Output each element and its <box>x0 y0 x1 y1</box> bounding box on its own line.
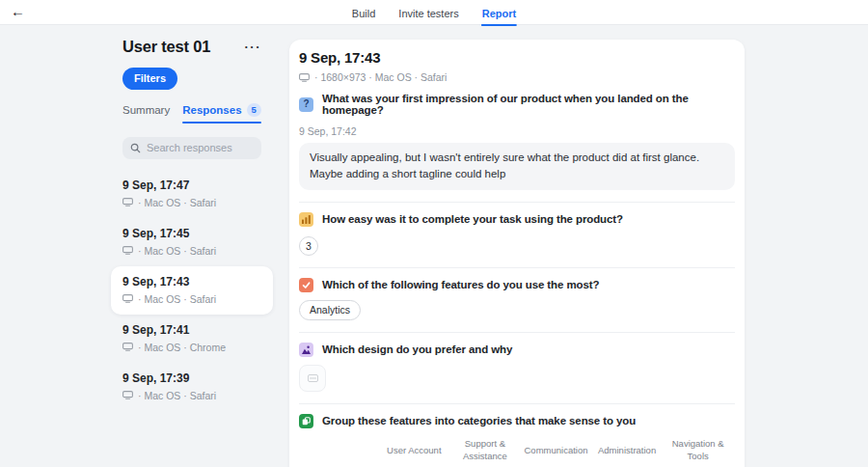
tab-responses[interactable]: Responses 5 <box>182 103 261 124</box>
responses-count-badge: 5 <box>247 103 261 117</box>
back-arrow-icon[interactable]: ← <box>11 2 25 21</box>
session-date: 9 Sep, 17:47 <box>122 179 261 192</box>
session-item[interactable]: 9 Sep, 17:45 · Mac OS · Safari <box>111 218 273 266</box>
session-meta: · Mac OS · Safari <box>138 245 216 257</box>
session-meta: · Mac OS · Chrome <box>138 342 226 353</box>
bar-chart-icon <box>299 212 313 227</box>
question-text: Group these features into categories tha… <box>322 415 636 426</box>
choice-answer-pill: Analytics <box>299 300 361 320</box>
image-icon <box>299 343 313 357</box>
topbar-tabs: Build Invite testers Report <box>352 0 516 25</box>
desktop-icon <box>122 294 133 303</box>
question-card-sort: Group these features into categories tha… <box>299 404 735 467</box>
question-scale: How easy was it to complete your task us… <box>299 203 735 268</box>
search-input[interactable] <box>147 142 254 153</box>
question-text: Which of the following features do you u… <box>322 279 599 290</box>
checkbox-icon <box>299 278 313 292</box>
desktop-icon <box>299 73 310 82</box>
search-responses-box[interactable] <box>122 137 261 159</box>
question-text: Which design do you prefer and why <box>322 343 512 355</box>
answer-timestamp: 9 Sep, 17:42 <box>299 125 735 137</box>
session-item[interactable]: 9 Sep, 17:41 · Mac OS · Chrome <box>111 315 273 363</box>
open-question-icon: ? <box>299 97 313 112</box>
report-card: 9 Sep, 17:43 · 1680×973 · Mac OS · Safar… <box>289 40 745 467</box>
desktop-icon <box>122 246 133 255</box>
category-header: Navigation & Tools <box>664 438 732 464</box>
desktop-icon <box>122 198 133 206</box>
question-open: ? What was your first impression of our … <box>299 83 735 203</box>
session-meta: · Mac OS · Safari <box>138 197 216 208</box>
sidebar: User test 01 ··· Filters Summary Respons… <box>122 25 261 411</box>
question-text: How easy was it to complete your task us… <box>322 213 623 225</box>
session-meta: · Mac OS · Safari <box>138 293 216 305</box>
broken-image-icon <box>308 373 318 383</box>
open-answer-text: Visually appealing, but I wasn't entirel… <box>299 143 735 190</box>
session-meta: · Mac OS · Safari <box>138 390 216 401</box>
session-item-selected[interactable]: 9 Sep, 17:43 · Mac OS · Safari <box>111 266 273 315</box>
session-item[interactable]: 9 Sep, 17:39 · Mac OS · Safari <box>111 363 273 411</box>
session-device-meta: · 1680×973 · Mac OS · Safari <box>314 71 447 83</box>
session-date: 9 Sep, 17:43 <box>122 275 261 288</box>
category-header: Communication <box>522 438 590 464</box>
sidebar-tabs: Summary Responses 5 <box>122 103 261 124</box>
filters-button[interactable]: Filters <box>122 68 177 90</box>
session-date: 9 Sep, 17:45 <box>122 227 261 240</box>
image-answer-thumbnail[interactable] <box>299 365 326 392</box>
tab-invite-testers[interactable]: Invite testers <box>398 0 458 25</box>
session-date: 9 Sep, 17:39 <box>122 371 261 385</box>
tab-responses-label: Responses <box>182 104 241 116</box>
category-header: Administration <box>593 438 662 464</box>
question-text: What was your first impression of our pr… <box>322 93 735 116</box>
tab-summary[interactable]: Summary <box>122 103 170 124</box>
session-date: 9 Sep, 17:41 <box>122 323 261 337</box>
session-title: 9 Sep, 17:43 <box>299 49 735 66</box>
session-list: 9 Sep, 17:47 · Mac OS · Safari 9 Sep, 17… <box>111 170 273 411</box>
test-title: User test 01 <box>122 38 210 56</box>
scale-answer-value: 3 <box>299 236 318 256</box>
desktop-icon <box>122 391 133 399</box>
session-item[interactable]: 9 Sep, 17:47 · Mac OS · Safari <box>111 170 273 218</box>
desktop-icon <box>122 343 133 351</box>
question-choice: Which of the following features do you u… <box>299 268 735 333</box>
category-header: Support & Assistance <box>451 438 520 464</box>
topbar: ← Build Invite testers Report <box>0 0 868 25</box>
tab-build[interactable]: Build <box>352 0 375 25</box>
more-options-icon[interactable]: ··· <box>245 42 262 52</box>
card-sort-category-headers: User Account Support & Assistance Commun… <box>380 438 735 464</box>
category-header: User Account <box>380 438 448 464</box>
card-sort-icon <box>299 414 313 428</box>
question-image: Which design do you prefer and why <box>299 333 735 404</box>
tab-report[interactable]: Report <box>482 0 516 25</box>
search-icon <box>130 143 141 153</box>
